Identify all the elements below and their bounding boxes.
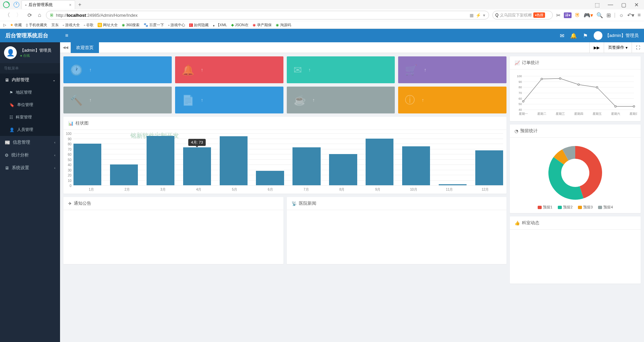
tab-title: 后台管理系统 bbox=[29, 2, 53, 8]
bookmark-gamecenter[interactable]: ▫游戏中心 bbox=[168, 22, 185, 28]
search-tool-icon[interactable]: 🔍 bbox=[596, 12, 603, 18]
bookmark-baidu[interactable]: 🐾百度一下 bbox=[144, 22, 164, 28]
address-bar: 〈 〉 ⟳ ⌂ ⛨ http://localhost:24985/Admin/H… bbox=[0, 9, 644, 21]
tab-close-icon[interactable]: × bbox=[69, 3, 71, 7]
bookmark-google[interactable]: ▫谷歌 bbox=[84, 22, 94, 28]
browser-tab-bar: ▫ 后台管理系统 × + ⬚ — ▢ ✕ bbox=[0, 0, 644, 9]
reload-button[interactable]: ⟳ bbox=[26, 12, 33, 18]
url-input[interactable]: ⛨ http://localhost:24985/Admin/Home/Inde… bbox=[46, 11, 489, 19]
shield-icon: ⛨ bbox=[50, 13, 54, 18]
window-controls: ⬚ — ▢ ✕ bbox=[593, 1, 644, 9]
bookmark-preg[interactable]: ◉孕产期保 bbox=[253, 22, 272, 28]
history-icon[interactable]: ↶▾ bbox=[627, 12, 634, 18]
forward-button[interactable]: 〉 bbox=[15, 12, 23, 19]
back-button[interactable]: 〈 bbox=[3, 12, 11, 19]
bookmark-json[interactable]: ◆JSON在 bbox=[231, 22, 248, 28]
url-chevron-icon[interactable]: ▾ bbox=[483, 13, 485, 18]
url-text: http://localhost:24985/Admin/Home/Index bbox=[56, 13, 138, 18]
close-window-button[interactable]: ✕ bbox=[632, 1, 641, 9]
speed-icon[interactable]: ⚡ bbox=[476, 13, 481, 18]
toolbar-icons: ✂ 译▾ ⛨ 🎮▾ 🔍 ⊞ | ☼ ↶▾ ≡ bbox=[556, 12, 641, 18]
cut-icon[interactable]: ✂ bbox=[556, 12, 560, 18]
browser-chrome: ▫ 后台管理系统 × + ⬚ — ▢ ✕ 〈 〉 ⟳ ⌂ ⛨ http://lo… bbox=[0, 0, 644, 29]
minimize-button[interactable]: — bbox=[606, 1, 615, 9]
bookmark-expand-icon[interactable]: ▷ bbox=[3, 23, 6, 27]
bookmark-tao[interactable]: ◉淘源码 bbox=[276, 22, 291, 28]
translate-icon[interactable]: 译▾ bbox=[564, 12, 572, 18]
bookmark-hide[interactable]: C如何隐藏 bbox=[189, 22, 209, 28]
browser-logo-icon bbox=[3, 1, 10, 8]
bookmark-mobile[interactable]: ▯手机收藏夹 bbox=[26, 22, 47, 28]
security-icon[interactable]: ⛨ bbox=[575, 12, 580, 18]
pin-icon[interactable]: ⬚ bbox=[593, 1, 602, 9]
search-icon: Q bbox=[495, 13, 498, 17]
grid-icon[interactable]: ⊞ bbox=[606, 12, 611, 18]
qrcode-icon[interactable]: ▦ bbox=[470, 13, 474, 18]
bookmark-jd[interactable]: 京东 bbox=[51, 22, 59, 28]
page-icon: ▫ bbox=[25, 3, 26, 7]
game-icon[interactable]: 🎮▾ bbox=[584, 12, 593, 18]
bookmark-sites[interactable]: 址网址大全 bbox=[98, 22, 118, 28]
search-box[interactable]: Q 义乌回应下架槟榔 ♦热搜 bbox=[492, 11, 553, 19]
hot-tag: ♦热搜 bbox=[533, 12, 545, 18]
bookmark-fav[interactable]: ★收藏 bbox=[10, 22, 22, 28]
home-button[interactable]: ⌂ bbox=[37, 12, 43, 18]
new-tab-button[interactable]: + bbox=[75, 0, 85, 9]
theme-icon[interactable]: ☼ bbox=[619, 12, 624, 18]
maximize-button[interactable]: ▢ bbox=[619, 1, 628, 9]
menu-icon[interactable]: ≡ bbox=[638, 12, 641, 18]
search-placeholder: 义乌回应下架槟榔 bbox=[500, 12, 532, 18]
compass-icon[interactable] bbox=[13, 1, 20, 8]
bookmark-xml[interactable]: ⬥【XML bbox=[213, 22, 227, 28]
bookmark-360[interactable]: ◉360搜索 bbox=[122, 22, 140, 28]
bookmark-bar: ▷ ★收藏 ▯手机收藏夹 京东 ▫游戏大全 ▫谷歌 址网址大全 ◉360搜索 🐾… bbox=[0, 21, 644, 29]
bookmark-games[interactable]: ▫游戏大全 bbox=[63, 22, 80, 28]
browser-tab[interactable]: ▫ 后台管理系统 × bbox=[21, 0, 75, 9]
